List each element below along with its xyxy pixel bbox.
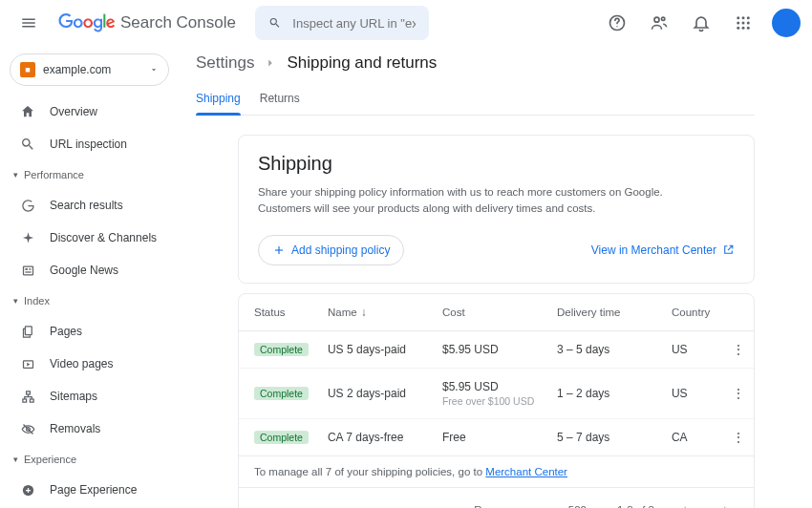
chevron-right-icon <box>264 56 277 70</box>
sidebar-item-removals[interactable]: Removals <box>6 413 177 445</box>
pages-icon <box>21 325 35 339</box>
chevron-down-icon: ▾ <box>13 296 18 306</box>
table-header-row: Status Name↓ Cost Delivery time Country <box>239 294 754 331</box>
sidebar-item-label: Removals <box>50 422 100 435</box>
svg-rect-13 <box>23 266 32 275</box>
menu-button[interactable] <box>11 6 46 40</box>
url-inspect-input[interactable] <box>292 16 416 31</box>
status-badge: Complete <box>254 431 309 444</box>
svg-rect-22 <box>22 399 26 402</box>
sidebar-item-label: Discover & Channels <box>50 231 157 244</box>
sidebar-group-performance[interactable]: ▾Performance <box>6 160 177 189</box>
sidebar-item-label: Search results <box>50 199 123 212</box>
svg-point-10 <box>737 27 739 30</box>
sidebar-item-discover[interactable]: Discover & Channels <box>6 222 177 254</box>
col-name[interactable]: Name↓ <box>318 294 433 331</box>
logo-text: Search Console <box>120 13 236 32</box>
users-button[interactable] <box>642 6 676 40</box>
svg-point-12 <box>747 27 750 30</box>
sidebar-item-label: Pages <box>50 325 82 338</box>
sidebar-item-label: Video pages <box>50 357 114 370</box>
svg-rect-14 <box>25 268 28 270</box>
col-delivery[interactable]: Delivery time <box>547 294 662 331</box>
sidebar-group-experience[interactable]: ▾Experience <box>6 445 177 474</box>
add-shipping-policy-button[interactable]: Add shipping policy <box>258 235 404 265</box>
sidebar-item-pages[interactable]: Pages <box>6 315 177 348</box>
logo[interactable]: Search Console <box>57 13 236 32</box>
account-avatar[interactable] <box>772 9 801 37</box>
tabs: Shipping Returns <box>196 86 755 116</box>
svg-rect-17 <box>25 271 31 272</box>
shipping-table: Status Name↓ Cost Delivery time Country … <box>239 294 754 455</box>
rows-per-page-label: Rows per page: <box>474 504 551 509</box>
row-menu-button[interactable]: ⋮ <box>723 368 754 418</box>
sidebar-group-index[interactable]: ▾Index <box>6 286 177 315</box>
card-description: Share your shipping policy information w… <box>258 184 735 218</box>
sidebar-item-overview[interactable]: Overview <box>6 95 177 128</box>
chevron-down-icon <box>149 65 159 74</box>
policy-delivery: 3 – 5 days <box>547 330 662 368</box>
notifications-button[interactable] <box>684 6 718 40</box>
tab-returns[interactable]: Returns <box>260 86 300 115</box>
apps-icon <box>735 14 752 32</box>
sidebar-item-label: URL inspection <box>50 138 127 151</box>
svg-rect-18 <box>25 272 31 273</box>
video-pages-icon <box>21 357 35 371</box>
sidebar-item-sitemaps[interactable]: Sitemaps <box>6 380 177 413</box>
merchant-center-inline-link[interactable]: Merchant Center <box>485 466 567 477</box>
breadcrumb-current: Shipping and returns <box>287 53 437 73</box>
table-row[interactable]: Complete US 2 days-paid $5.95 USDFree ov… <box>239 368 754 418</box>
property-icon: ■ <box>20 62 35 77</box>
prev-page-button[interactable] <box>672 497 696 509</box>
help-button[interactable] <box>600 6 634 40</box>
chevron-down-icon <box>590 505 600 509</box>
svg-rect-15 <box>29 268 32 269</box>
next-page-button[interactable] <box>714 497 738 509</box>
status-badge: Complete <box>254 387 309 400</box>
apps-button[interactable] <box>726 6 760 40</box>
breadcrumb-parent[interactable]: Settings <box>196 53 254 73</box>
help-icon <box>608 13 627 32</box>
policy-delivery: 5 – 7 days <box>547 418 662 455</box>
sort-arrow-down-icon: ↓ <box>361 306 367 319</box>
merchant-center-link[interactable]: View in Merchant Center <box>591 243 735 257</box>
table-row[interactable]: Complete CA 7 days-free Free 5 – 7 days … <box>239 418 754 455</box>
svg-point-3 <box>662 17 665 20</box>
table-row[interactable]: Complete US 5 days-paid $5.95 USD 3 – 5 … <box>239 330 754 368</box>
sidebar-item-video-pages[interactable]: Video pages <box>6 348 177 380</box>
removals-icon <box>21 422 35 436</box>
plus-icon <box>272 243 286 257</box>
external-link-icon <box>722 243 735 256</box>
policy-name: US 5 days-paid <box>318 330 433 368</box>
sidebar-item-google-news[interactable]: Google News <box>6 254 177 286</box>
sidebar-item-search-results[interactable]: Search results <box>6 189 177 222</box>
chevron-right-icon <box>718 502 734 509</box>
sidebar-item-label: Sitemaps <box>50 390 97 403</box>
menu-icon <box>20 14 37 32</box>
row-menu-button[interactable]: ⋮ <box>723 418 754 455</box>
rows-per-page-select[interactable]: 500 <box>568 504 600 509</box>
policy-cost: $5.95 USDFree over $100 USD <box>433 368 547 418</box>
search-icon <box>268 15 281 31</box>
bell-icon <box>692 13 711 32</box>
sidebar-item-url-inspection[interactable]: URL inspection <box>6 128 177 160</box>
url-inspect-search[interactable] <box>255 6 430 40</box>
sidebar: ■ example.com Overview URL inspection ▾P… <box>0 46 177 508</box>
users-icon <box>650 13 669 32</box>
property-selector[interactable]: ■ example.com <box>10 53 169 86</box>
svg-point-4 <box>737 16 739 19</box>
plus-circle-icon <box>21 483 35 497</box>
row-menu-button[interactable]: ⋮ <box>723 330 754 368</box>
breadcrumb: Settings Shipping and returns <box>196 53 755 73</box>
svg-point-9 <box>747 22 750 25</box>
sidebar-item-label: Overview <box>50 105 97 118</box>
table-pager: Rows per page: 500 1-3 of 3 <box>239 487 754 509</box>
col-cost[interactable]: Cost <box>433 294 547 331</box>
sidebar-item-page-experience[interactable]: Page Experience <box>6 474 177 506</box>
col-status[interactable]: Status <box>239 294 318 331</box>
property-name: example.com <box>43 63 141 76</box>
tab-shipping[interactable]: Shipping <box>196 86 241 115</box>
chevron-down-icon: ▾ <box>13 170 18 180</box>
home-icon <box>20 104 35 119</box>
col-country[interactable]: Country <box>662 294 723 331</box>
